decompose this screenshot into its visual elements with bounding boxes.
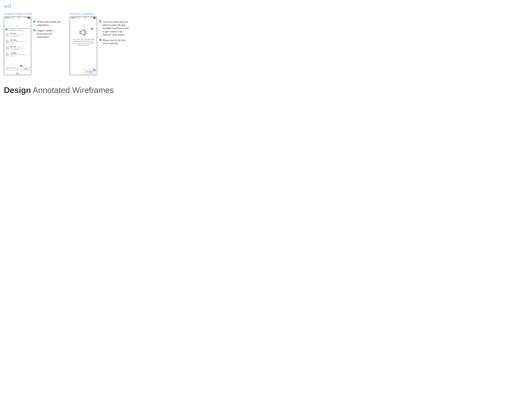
annotation-badge-2: 2 bbox=[20, 65, 22, 67]
battery-label-2: 100% bbox=[90, 17, 93, 18]
list-item-text-3: Food Blog New York's best blog for pizza… bbox=[10, 53, 27, 57]
check-3[interactable]: ☑ bbox=[28, 54, 30, 55]
annotation-num-1: 1 bbox=[33, 20, 36, 23]
list-item-3: Food Blog New York's best blog for pizza… bbox=[4, 51, 31, 58]
list-item-1: Food Blog New York's best blog for pizza… bbox=[4, 38, 31, 45]
avatar-1 bbox=[5, 40, 9, 44]
screen2-body: You're all set! Time to start discoverin… bbox=[70, 37, 97, 47]
screen1-title: Onboard: Follow Content bbox=[4, 12, 63, 15]
time-label-1: 9:41 AM bbox=[17, 17, 21, 18]
annotation-item-1: 1 Shows both people and publications. bbox=[33, 20, 63, 27]
item-desc-0: I love to cook Italian, but my specialty… bbox=[10, 34, 27, 37]
svg-text:tell: tell bbox=[4, 3, 11, 9]
item-desc-3: New York's best blog for pizza and beer. bbox=[10, 54, 27, 57]
annotation-item-2: 2 Triggers system permissions for notifi… bbox=[33, 29, 63, 39]
phone-footer-1: 2 Accept notifications after following t… bbox=[4, 66, 31, 72]
status-left-1: Sketch 📶 bbox=[5, 17, 14, 18]
app-logo: tell bbox=[4, 3, 129, 10]
signal-dots bbox=[5, 18, 9, 18]
screens-container: Onboard: Follow Content bbox=[4, 12, 129, 75]
screen2-phone: Sketch 📶 9:41 AM 100% ‹ t bbox=[70, 16, 97, 75]
annotation-badge-3: 3 bbox=[91, 28, 93, 30]
phone-tell-logo-1: tell bbox=[4, 23, 31, 28]
bottom-title: Design Annotated Wireframes bbox=[4, 86, 129, 95]
time-label-2: 9:41 AM bbox=[83, 17, 87, 18]
list-item-text-1: Food Blog New York's best blog for pizza… bbox=[10, 39, 27, 44]
megaphone-icon-svg bbox=[79, 29, 88, 36]
wifi-icon-1: 📶 bbox=[13, 17, 14, 18]
battery-icon-1 bbox=[27, 17, 30, 18]
screen1-section: Onboard: Follow Content bbox=[4, 12, 63, 75]
check-2[interactable]: ☑ bbox=[28, 47, 30, 49]
annotation-item-3: 3 Lets users know they are about to ente… bbox=[99, 20, 129, 36]
annotation-text-2: Triggers system permissions for notifica… bbox=[37, 29, 63, 39]
phone-content-2: ‹ tell bbox=[70, 19, 97, 75]
list-item-0: Mrs. Chef I love to cook Italian, but my… bbox=[4, 32, 31, 38]
svg-line-4 bbox=[79, 34, 80, 34]
avatar-0 bbox=[5, 33, 9, 37]
screen1-header: 1 Tell also let's you follow chefs and t… bbox=[4, 28, 31, 32]
bottom-title-light: Annotated Wireframes bbox=[31, 86, 114, 95]
screen2-inner: Sketch 📶 9:41 AM 100% ‹ t bbox=[70, 16, 129, 75]
annotation-num-2: 2 bbox=[33, 29, 36, 31]
skip-link[interactable]: Skip bbox=[4, 72, 31, 75]
screen1-subtitle: Tell also let's you follow chefs and the… bbox=[8, 28, 30, 31]
wifi-icon-2: 📶 bbox=[78, 17, 80, 18]
network-label-2: Sketch bbox=[75, 17, 78, 18]
item-desc-2: I love to cook Italian, but my specialty… bbox=[10, 47, 27, 50]
battery-label-1: 100% bbox=[24, 17, 27, 18]
status-left-2: Sketch 📶 bbox=[71, 17, 80, 18]
screen2-section: Onboard: Completion bbox=[70, 12, 129, 75]
network-label-1: Sketch bbox=[9, 17, 12, 18]
item-name-2: Mrs. Chef bbox=[10, 46, 27, 47]
screen1-phone: Sketch 📶 9:41 AM 100% ‹ t bbox=[4, 16, 31, 75]
get-started-area: 4 Get Started bbox=[70, 68, 97, 75]
svg-line-2 bbox=[79, 31, 80, 31]
item-name-1: Food Blog bbox=[10, 39, 27, 41]
status-right-1: 100% bbox=[24, 17, 30, 18]
phone-mockup-1: Sketch 📶 9:41 AM 100% ‹ t bbox=[4, 16, 31, 75]
status-bar-2: Sketch 📶 9:41 AM 100% bbox=[70, 17, 97, 19]
back-button-2[interactable]: ‹ bbox=[70, 19, 97, 23]
bottom-title-bold: Design bbox=[4, 86, 31, 95]
footer-text: Accept notifications after following to … bbox=[5, 67, 21, 71]
screen2-title: Onboard: Completion bbox=[70, 12, 129, 15]
check-1[interactable]: ☑ bbox=[28, 41, 30, 43]
annotation-item-4: 4 Brings user to the new Home feed tab. bbox=[99, 39, 129, 45]
list-item-text-0: Mrs. Chef I love to cook Italian, but my… bbox=[10, 33, 27, 37]
avatar-3 bbox=[5, 53, 9, 56]
annotation-text-4: Brings user to the new Home feed tab. bbox=[103, 39, 129, 45]
list-item-2: Mrs. Chef I love to cook Italian, but my… bbox=[4, 45, 31, 51]
annotation-text-1: Shows both people and publications. bbox=[37, 20, 63, 27]
battery-icon-2 bbox=[93, 17, 96, 18]
status-right-2: 100% bbox=[90, 17, 96, 18]
item-desc-1: New York's best blog for pizza and beer. bbox=[10, 41, 27, 44]
megaphone-area: 3 bbox=[70, 28, 97, 37]
annotation-badge-4: 4 bbox=[93, 69, 96, 71]
phone-tell-logo-2: tell bbox=[70, 23, 97, 28]
annotations-2: 3 Lets users know they are about to ente… bbox=[99, 16, 129, 47]
avatar-2 bbox=[5, 46, 9, 50]
item-name-0: Mrs. Chef bbox=[10, 33, 27, 34]
annotation-num-4: 4 bbox=[99, 39, 101, 41]
back-button-1[interactable]: ‹ bbox=[4, 19, 31, 23]
phone-content-1: ‹ tell 1 Tell also let's you follow chef… bbox=[4, 19, 31, 75]
annotation-text-3: Lets users know they are about to enter … bbox=[103, 20, 129, 36]
item-name-3: Food Blog bbox=[10, 53, 27, 54]
annotation-num-3: 3 bbox=[99, 20, 101, 23]
page-divider bbox=[4, 81, 129, 82]
phone-mockup-2: Sketch 📶 9:41 AM 100% ‹ t bbox=[70, 16, 97, 75]
screen1-inner: Sketch 📶 9:41 AM 100% ‹ t bbox=[4, 16, 63, 75]
svg-marker-1 bbox=[80, 29, 85, 36]
status-bar-1: Sketch 📶 9:41 AM 100% bbox=[4, 17, 31, 19]
check-0[interactable]: ☑ bbox=[28, 34, 30, 36]
signal-dots-2 bbox=[71, 18, 75, 18]
annotations-1: 1 Shows both people and publications. 2 … bbox=[33, 16, 63, 41]
annotation-badge-1a: 1 bbox=[5, 28, 8, 31]
list-item-text-2: Mrs. Chef I love to cook Italian, but my… bbox=[10, 46, 27, 50]
follow-button[interactable]: Follow bbox=[22, 67, 30, 70]
